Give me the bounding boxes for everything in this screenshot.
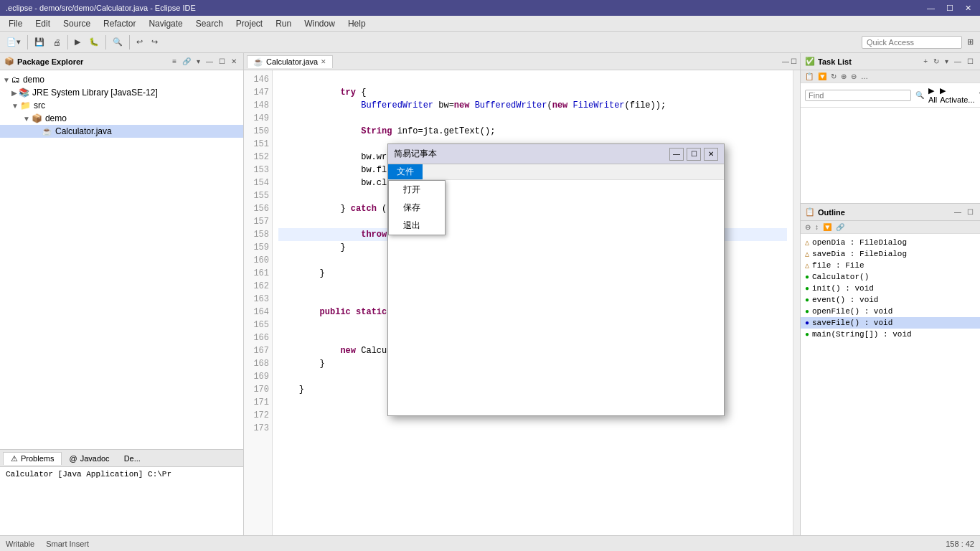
popup-title-bar: 简易记事本 — ☐ ✕ [388,144,724,164]
popup-overlay: 简易记事本 — ☐ ✕ 文件 打开 保存 退出 [0,0,980,551]
popup-dropdown: 打开 保存 退出 [388,180,446,235]
popup-close-button[interactable]: ✕ [704,148,718,161]
popup-dialog: 简易记事本 — ☐ ✕ 文件 打开 保存 退出 [387,143,725,416]
popup-title-controls: — ☐ ✕ [669,148,718,161]
popup-maximize-button[interactable]: ☐ [687,148,701,161]
popup-exit-item[interactable]: 退出 [389,217,445,235]
popup-open-item[interactable]: 打开 [389,181,445,199]
popup-minimize-button[interactable]: — [669,148,684,161]
popup-title-text: 简易记事本 [394,148,437,160]
popup-menu-file[interactable]: 文件 [388,164,423,179]
popup-save-item[interactable]: 保存 [389,199,445,217]
popup-menu-bar: 文件 打开 保存 退出 [388,164,724,180]
